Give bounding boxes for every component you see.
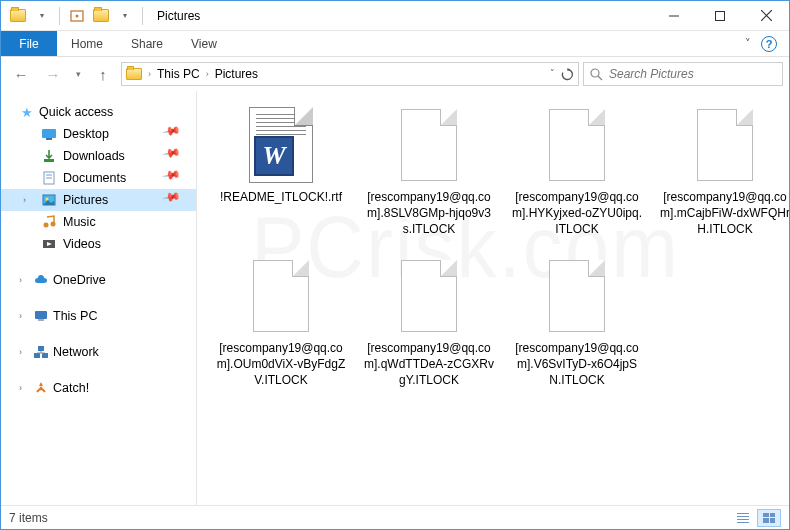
blank-file-icon [549,260,605,332]
documents-icon [41,170,57,186]
titlebar: ▾ ▾ Pictures [1,1,789,31]
chevron-right-icon: › [23,195,26,205]
svg-rect-20 [38,319,44,321]
recent-dropdown-icon[interactable]: ▾ [71,60,85,88]
chevron-right-icon[interactable]: › [19,275,29,285]
sidebar: ★ Quick access Desktop📌Downloads📌Documen… [1,91,197,505]
sidebar-item-label: Videos [63,237,101,251]
downloads-icon [41,148,57,164]
address-bar[interactable]: › This PC › Pictures ˅ [121,62,579,86]
up-button[interactable]: ↑ [89,60,117,88]
search-box[interactable] [583,62,783,86]
sidebar-item-pictures[interactable]: ›Pictures📌 [1,189,196,211]
sidebar-item-catch![interactable]: ›Catch! [1,377,196,399]
svg-line-7 [598,76,602,80]
pc-icon [33,308,49,324]
tab-home[interactable]: Home [57,31,117,56]
chevron-right-icon[interactable]: › [19,383,29,393]
minimize-button[interactable] [651,1,697,30]
sidebar-item-onedrive[interactable]: ›OneDrive [1,269,196,291]
sidebar-item-label: Desktop [63,127,109,141]
desktop-icon [41,126,57,142]
refresh-icon[interactable] [561,68,574,81]
pictures-icon [41,192,57,208]
svg-point-16 [44,223,49,228]
sidebar-item-documents[interactable]: Documents📌 [1,167,196,189]
sidebar-item-downloads[interactable]: Downloads📌 [1,145,196,167]
pin-icon: 📌 [161,143,191,170]
main-area: ★ Quick access Desktop📌Downloads📌Documen… [1,91,789,505]
chevron-right-icon[interactable]: › [206,69,209,79]
file-item[interactable]: [rescompany19@qq.com].mCajbFiW-dxWFQHrH.… [657,105,789,238]
file-item[interactable]: [rescompany19@qq.com].V6SvITyD-x6O4jpSN.… [509,256,645,389]
status-bar: 7 items [1,505,789,529]
tab-share[interactable]: Share [117,31,177,56]
sidebar-item-videos[interactable]: Videos [1,233,196,255]
file-item[interactable]: W!README_ITLOCK!.rtf [213,105,349,238]
file-name: [rescompany19@qq.com].mCajbFiW-dxWFQHrH.… [657,189,789,238]
search-input[interactable] [609,67,776,81]
file-item[interactable]: [rescompany19@qq.com].qWdTTDeA-zCGXRvgY.… [361,256,497,389]
maximize-button[interactable] [697,1,743,30]
qat-customize-icon[interactable]: ▾ [114,5,136,27]
file-pane[interactable]: W!README_ITLOCK!.rtf[rescompany19@qq.com… [197,91,789,505]
sidebar-item-label: This PC [53,309,97,323]
sidebar-item-desktop[interactable]: Desktop📌 [1,123,196,145]
details-view-button[interactable] [731,509,755,527]
sidebar-item-label: Documents [63,171,126,185]
sidebar-item-music[interactable]: Music [1,211,196,233]
tiles-view-button[interactable] [757,509,781,527]
sidebar-item-label: Pictures [63,193,108,207]
file-name: !README_ITLOCK!.rtf [218,189,344,205]
ribbon: File Home Share View ˅ ? [1,31,789,57]
folder-icon [126,66,142,82]
file-name: [rescompany19@qq.com].qWdTTDeA-zCGXRvgY.… [361,340,497,389]
chevron-right-icon[interactable]: › [19,347,29,357]
crumb-this-pc[interactable]: This PC [157,67,200,81]
svg-point-1 [76,14,79,17]
tab-view[interactable]: View [177,31,231,56]
blank-file-icon [549,109,605,181]
word-file-icon: W [249,107,313,183]
back-button[interactable]: ← [7,60,35,88]
item-count: 7 items [9,511,48,525]
file-item[interactable]: [rescompany19@qq.com].HYKyjxed-oZYU0ipq.… [509,105,645,238]
properties-icon[interactable] [66,5,88,27]
cloud-icon [33,272,49,288]
sidebar-item-label: Downloads [63,149,125,163]
file-name: [rescompany19@qq.com].HYKyjxed-oZYU0ipq.… [509,189,645,238]
window-title: Pictures [157,9,200,23]
sidebar-item-network[interactable]: ›Network [1,341,196,363]
blank-file-icon [401,260,457,332]
close-button[interactable] [743,1,789,30]
svg-rect-3 [716,11,725,20]
file-item[interactable]: [rescompany19@qq.com].OUm0dViX-vByFdgZV.… [213,256,349,389]
crumb-current[interactable]: Pictures [215,67,258,81]
file-item[interactable]: [rescompany19@qq.com].8SLV8GMp-hjqo9v3s.… [361,105,497,238]
quick-access-label: Quick access [39,105,113,119]
music-icon [41,214,57,230]
sidebar-item-label: Catch! [53,381,89,395]
new-folder-icon[interactable] [90,5,112,27]
sidebar-item-this pc[interactable]: ›This PC [1,305,196,327]
separator [59,7,60,25]
chevron-right-icon[interactable]: › [19,311,29,321]
file-name: [rescompany19@qq.com].OUm0dViX-vByFdgZV.… [213,340,349,389]
videos-icon [41,236,57,252]
svg-rect-21 [34,353,40,358]
network-icon [33,344,49,360]
qat-dropdown-icon[interactable]: ▾ [31,5,53,27]
expand-ribbon-icon[interactable]: ˅ [745,37,751,50]
address-dropdown-icon[interactable]: ˅ [550,68,555,81]
search-icon [590,68,603,81]
sidebar-item-label: OneDrive [53,273,106,287]
chevron-right-icon[interactable]: › [148,69,151,79]
help-icon[interactable]: ? [761,36,777,52]
svg-rect-9 [46,138,52,140]
separator [142,7,143,25]
blank-file-icon [401,109,457,181]
quick-access-header[interactable]: ★ Quick access [1,101,196,123]
forward-button[interactable]: → [39,60,67,88]
file-menu[interactable]: File [1,31,57,56]
svg-rect-10 [44,159,54,162]
